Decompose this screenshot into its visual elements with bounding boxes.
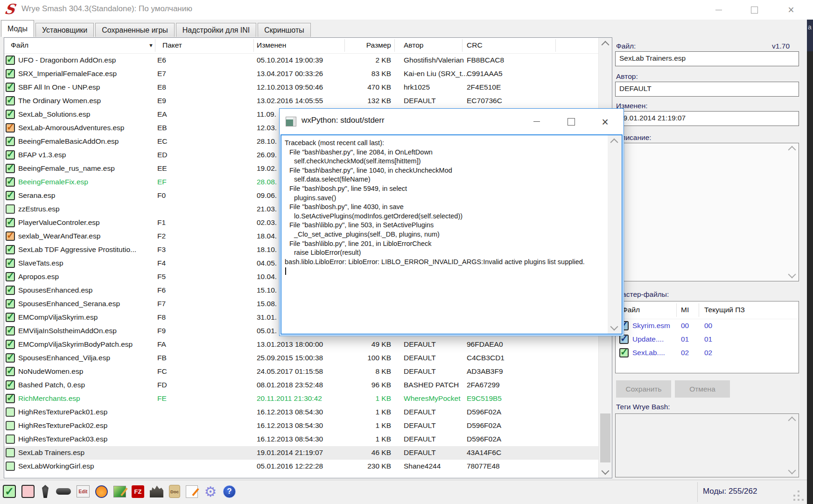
- mod-checkbox-green[interactable]: [6, 218, 15, 227]
- master-checkbox[interactable]: [619, 335, 629, 344]
- skyrim-launch-icon[interactable]: [40, 485, 50, 498]
- mod-row[interactable]: SexLab Trainers.esp19.01.2014 21:19:0746…: [4, 446, 598, 460]
- master-row[interactable]: Update....0101: [616, 333, 799, 346]
- mod-checkbox-unchecked[interactable]: [6, 448, 15, 457]
- mod-checkbox-green[interactable]: [6, 394, 15, 403]
- mod-row[interactable]: HighResTexturePack03.esp16.12.2013 08:54…: [4, 433, 598, 446]
- window-maximize-button[interactable]: [743, 0, 765, 20]
- settings-gear-icon[interactable]: ⚙: [203, 484, 217, 498]
- mod-row[interactable]: SpousesEnhanced_Vilja.espFB25.09.2015 15…: [4, 351, 598, 365]
- mod-row[interactable]: HighResTexturePack01.esp16.12.2013 08:54…: [4, 406, 598, 419]
- mod-checkbox-green[interactable]: [6, 286, 15, 295]
- tab-Сохраненные игры[interactable]: Сохраненные игры: [95, 23, 175, 37]
- mod-checkbox-green[interactable]: [6, 164, 15, 173]
- tab-Скриншоты[interactable]: Скриншоты: [258, 23, 310, 37]
- mod-checkbox-green[interactable]: [6, 272, 15, 281]
- mod-checkbox-green[interactable]: [6, 380, 15, 390]
- scroll-down-icon[interactable]: [788, 271, 796, 279]
- image-editor-icon[interactable]: [113, 486, 126, 497]
- mod-checkbox-orange[interactable]: [6, 123, 15, 133]
- mod-checkbox-green[interactable]: [6, 137, 15, 146]
- master-row[interactable]: Skyrim.esm0000: [616, 319, 799, 333]
- master-row[interactable]: SexLab....0202: [616, 346, 799, 360]
- mod-row[interactable]: UFO - Dragonborn AddOn.espE605.10.2014 1…: [4, 54, 598, 67]
- filezilla-icon[interactable]: FZ: [132, 485, 144, 498]
- mod-checkbox-green[interactable]: [6, 313, 15, 322]
- scroll-up-icon[interactable]: [788, 417, 796, 425]
- window-minimize-button[interactable]: [708, 0, 729, 20]
- mod-checkbox-green[interactable]: [6, 83, 15, 92]
- mod-row[interactable]: SRX_ImperialFemaleFace.espE713.04.2017 0…: [4, 67, 598, 81]
- tab-Установщики[interactable]: Установщики: [35, 23, 94, 37]
- mod-row[interactable]: Bashed Patch, 0.espFD08.01.2018 23:52:48…: [4, 378, 598, 392]
- skse-launch-icon[interactable]: [56, 488, 71, 495]
- mod-checkbox-orange[interactable]: [6, 231, 15, 241]
- sort-descending-icon[interactable]: ▼: [148, 42, 154, 48]
- mod-checkbox-green[interactable]: [6, 150, 15, 160]
- mod-checkbox-unchecked[interactable]: [6, 421, 15, 430]
- help-icon[interactable]: ?: [223, 485, 236, 498]
- window-close-button[interactable]: ×: [780, 0, 802, 20]
- author-field[interactable]: DEFAULT: [615, 82, 799, 97]
- bash-tags-box[interactable]: [615, 413, 799, 477]
- settings-notes-icon[interactable]: [186, 485, 198, 498]
- resize-grip-icon[interactable]: [793, 495, 795, 497]
- mod-checkbox-unchecked[interactable]: [6, 462, 15, 471]
- mod-checkbox-green[interactable]: [6, 96, 15, 105]
- mod-row[interactable]: RichMerchants.espFE20.11.2011 21:30:421 …: [4, 392, 598, 406]
- mod-checkbox-green[interactable]: [6, 245, 15, 254]
- scroll-down-icon[interactable]: [602, 467, 610, 475]
- scroll-down-icon[interactable]: [610, 323, 618, 331]
- mod-row[interactable]: HighResTexturePack02.esp16.12.2013 08:54…: [4, 419, 598, 433]
- cancel-button[interactable]: Отмена: [675, 380, 730, 398]
- column-header-file[interactable]: Файл: [11, 41, 28, 49]
- column-header-author[interactable]: Автор: [404, 41, 423, 49]
- scrollbar-thumb[interactable]: [600, 413, 610, 462]
- mod-row[interactable]: SexLabWorkingGirl.esp05.01.2016 12:22:28…: [4, 460, 598, 473]
- scroll-up-icon[interactable]: [610, 139, 618, 147]
- mod-checkbox-green[interactable]: [6, 353, 15, 363]
- mod-checkbox-unchecked[interactable]: [6, 204, 15, 214]
- mod-checkbox-unchecked[interactable]: [6, 407, 15, 417]
- mod-row[interactable]: The Ordinary Women.espE913.02.2016 14:05…: [4, 94, 598, 108]
- mod-checkbox-green[interactable]: [6, 367, 15, 376]
- tes5edit-icon[interactable]: Edit: [77, 485, 90, 497]
- dialog-titlebar[interactable]: wxPython: stdout/stderr ×: [280, 109, 624, 134]
- dialog-scrollbar[interactable]: [608, 135, 622, 334]
- mod-row[interactable]: SBF All In One - UNP.espE812.10.2013 09:…: [4, 81, 598, 94]
- mod-checkbox-green[interactable]: [6, 177, 15, 187]
- mod-checkbox-green[interactable]: [6, 56, 15, 65]
- tab-Моды[interactable]: Моды: [1, 20, 34, 37]
- mod-checkbox-green[interactable]: [6, 340, 15, 349]
- description-box[interactable]: [615, 143, 799, 281]
- mod-row[interactable]: NoNudeWomen.espFC24.05.2017 01:15:588 KB…: [4, 365, 598, 378]
- masters-column-mi[interactable]: MI: [681, 306, 689, 314]
- traceback-textarea[interactable]: Traceback (most recent call last):File "…: [280, 134, 623, 335]
- dialog-minimize-button[interactable]: [526, 109, 547, 134]
- mod-row[interactable]: EMCompViljaSkyrimBodyPatch.espFA13.01.20…: [4, 338, 598, 351]
- column-header-package[interactable]: Пакет: [162, 41, 182, 49]
- scroll-up-icon[interactable]: [788, 146, 796, 154]
- scroll-down-icon[interactable]: [788, 467, 796, 475]
- mod-checkbox-green[interactable]: [6, 326, 15, 336]
- tab-Надстройки для INI[interactable]: Надстройки для INI: [176, 23, 256, 37]
- dialog-maximize-button[interactable]: [560, 109, 582, 134]
- dialog-close-button[interactable]: ×: [594, 109, 616, 134]
- master-checkbox[interactable]: [619, 348, 629, 357]
- column-header-crc[interactable]: CRC: [467, 41, 483, 49]
- docs-browser-icon[interactable]: Doc: [169, 485, 180, 498]
- column-header-size[interactable]: Размер: [326, 41, 391, 49]
- audacity-icon[interactable]: [95, 485, 108, 498]
- ddsopt-icon[interactable]: [150, 485, 163, 497]
- column-header-modified[interactable]: Изменен: [257, 41, 286, 49]
- scroll-up-icon[interactable]: [602, 41, 610, 49]
- modified-field[interactable]: 19.01.2014 21:19:07: [615, 111, 799, 126]
- file-name-field[interactable]: SexLab Trainers.esp: [615, 51, 799, 66]
- inactive-plugins-checkbox-icon[interactable]: [21, 485, 35, 498]
- masters-column-file[interactable]: Файл: [622, 306, 640, 314]
- mod-checkbox-green[interactable]: [6, 69, 15, 78]
- masters-column-current[interactable]: Текущий ПЗ: [704, 306, 745, 314]
- save-button[interactable]: Сохранить: [616, 380, 671, 398]
- mod-checkbox-green[interactable]: [6, 259, 15, 268]
- mod-checkbox-unchecked[interactable]: [6, 434, 15, 444]
